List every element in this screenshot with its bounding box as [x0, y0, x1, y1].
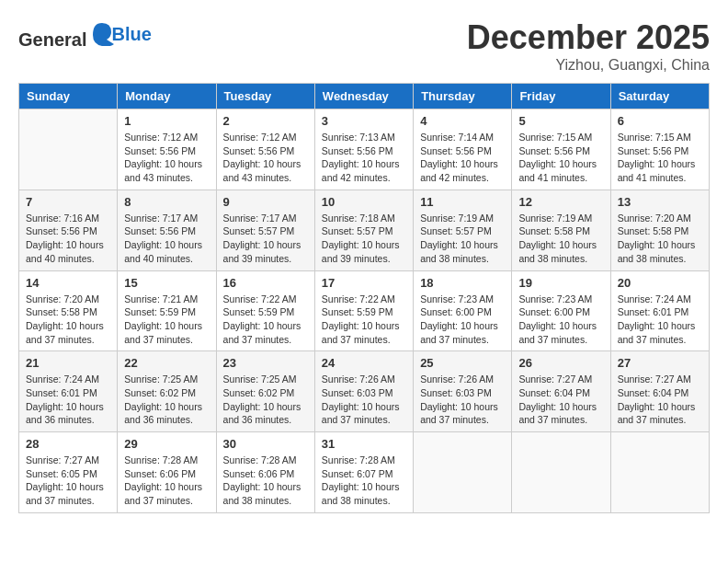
calendar-cell: 12Sunrise: 7:19 AMSunset: 5:58 PMDayligh… — [512, 190, 610, 270]
calendar-cell: 31Sunrise: 7:28 AMSunset: 6:07 PMDayligh… — [314, 432, 413, 513]
day-info: Sunrise: 7:19 AMSunset: 5:57 PMDaylight:… — [420, 212, 505, 266]
calendar-cell: 16Sunrise: 7:22 AMSunset: 5:59 PMDayligh… — [216, 270, 314, 351]
calendar-cell: 24Sunrise: 7:26 AMSunset: 6:03 PMDayligh… — [314, 351, 413, 432]
day-info: Sunrise: 7:21 AMSunset: 5:59 PMDaylight:… — [124, 293, 209, 347]
day-number: 2 — [223, 114, 308, 128]
page-header: General Blue December 2025 Yizhou, Guang… — [18, 18, 710, 74]
day-info: Sunrise: 7:18 AMSunset: 5:57 PMDaylight:… — [322, 212, 406, 266]
day-info: Sunrise: 7:28 AMSunset: 6:06 PMDaylight:… — [223, 454, 308, 508]
calendar-cell: 28Sunrise: 7:27 AMSunset: 6:05 PMDayligh… — [19, 432, 118, 513]
day-info: Sunrise: 7:22 AMSunset: 5:59 PMDaylight:… — [322, 293, 406, 347]
day-number: 23 — [223, 356, 308, 370]
week-row-4: 28Sunrise: 7:27 AMSunset: 6:05 PMDayligh… — [19, 432, 710, 513]
day-info: Sunrise: 7:24 AMSunset: 6:01 PMDaylight:… — [26, 373, 110, 427]
day-number: 7 — [26, 195, 110, 209]
calendar-cell — [610, 432, 709, 513]
calendar-cell: 10Sunrise: 7:18 AMSunset: 5:57 PMDayligh… — [314, 190, 413, 270]
logo: General Blue — [18, 18, 152, 51]
calendar-cell — [19, 109, 118, 190]
week-row-1: 7Sunrise: 7:16 AMSunset: 5:56 PMDaylight… — [19, 190, 710, 270]
day-info: Sunrise: 7:13 AMSunset: 5:56 PMDaylight:… — [322, 131, 406, 185]
title-block: December 2025 Yizhou, Guangxi, China — [467, 18, 710, 74]
day-info: Sunrise: 7:16 AMSunset: 5:56 PMDaylight:… — [26, 212, 110, 266]
day-number: 29 — [124, 437, 209, 451]
calendar-cell: 15Sunrise: 7:21 AMSunset: 5:59 PMDayligh… — [118, 270, 216, 351]
calendar-cell: 1Sunrise: 7:12 AMSunset: 5:56 PMDaylight… — [118, 109, 216, 190]
header-saturday: Saturday — [610, 84, 709, 109]
calendar-cell: 29Sunrise: 7:28 AMSunset: 6:06 PMDayligh… — [118, 432, 216, 513]
calendar-cell — [512, 432, 610, 513]
day-number: 13 — [618, 195, 702, 209]
day-number: 1 — [124, 114, 209, 128]
day-number: 20 — [618, 276, 702, 290]
calendar-body: 1Sunrise: 7:12 AMSunset: 5:56 PMDaylight… — [19, 109, 710, 513]
logo-text: General — [18, 18, 116, 51]
calendar-cell: 6Sunrise: 7:15 AMSunset: 5:56 PMDaylight… — [610, 109, 709, 190]
calendar-cell: 23Sunrise: 7:25 AMSunset: 6:02 PMDayligh… — [216, 351, 314, 432]
day-number: 17 — [322, 276, 406, 290]
day-info: Sunrise: 7:26 AMSunset: 6:03 PMDaylight:… — [420, 373, 505, 427]
calendar-cell: 9Sunrise: 7:17 AMSunset: 5:57 PMDaylight… — [216, 190, 314, 270]
day-info: Sunrise: 7:14 AMSunset: 5:56 PMDaylight:… — [420, 131, 505, 185]
calendar-cell: 3Sunrise: 7:13 AMSunset: 5:56 PMDaylight… — [314, 109, 413, 190]
day-info: Sunrise: 7:26 AMSunset: 6:03 PMDaylight:… — [322, 373, 406, 427]
header-row: SundayMondayTuesdayWednesdayThursdayFrid… — [19, 84, 710, 109]
calendar-cell: 4Sunrise: 7:14 AMSunset: 5:56 PMDaylight… — [414, 109, 512, 190]
logo-general: General — [18, 29, 86, 50]
calendar-cell: 11Sunrise: 7:19 AMSunset: 5:57 PMDayligh… — [414, 190, 512, 270]
day-info: Sunrise: 7:17 AMSunset: 5:57 PMDaylight:… — [223, 212, 308, 266]
day-number: 11 — [420, 195, 505, 209]
calendar-cell: 14Sunrise: 7:20 AMSunset: 5:58 PMDayligh… — [19, 270, 118, 351]
day-number: 3 — [322, 114, 406, 128]
calendar-cell: 26Sunrise: 7:27 AMSunset: 6:04 PMDayligh… — [512, 351, 610, 432]
day-info: Sunrise: 7:15 AMSunset: 5:56 PMDaylight:… — [618, 131, 702, 185]
day-info: Sunrise: 7:24 AMSunset: 6:01 PMDaylight:… — [618, 293, 702, 347]
day-number: 22 — [124, 356, 209, 370]
calendar-header: SundayMondayTuesdayWednesdayThursdayFrid… — [19, 84, 710, 109]
day-info: Sunrise: 7:28 AMSunset: 6:07 PMDaylight:… — [322, 454, 406, 508]
day-number: 26 — [518, 356, 603, 370]
week-row-0: 1Sunrise: 7:12 AMSunset: 5:56 PMDaylight… — [19, 109, 710, 190]
location-title: Yizhou, Guangxi, China — [467, 57, 710, 74]
day-info: Sunrise: 7:12 AMSunset: 5:56 PMDaylight:… — [223, 131, 308, 185]
day-info: Sunrise: 7:25 AMSunset: 6:02 PMDaylight:… — [223, 373, 308, 427]
day-number: 4 — [420, 114, 505, 128]
day-number: 12 — [518, 195, 603, 209]
day-info: Sunrise: 7:27 AMSunset: 6:04 PMDaylight:… — [618, 373, 702, 427]
day-number: 24 — [322, 356, 406, 370]
day-number: 6 — [618, 114, 702, 128]
calendar-cell: 17Sunrise: 7:22 AMSunset: 5:59 PMDayligh… — [314, 270, 413, 351]
day-number: 16 — [223, 276, 308, 290]
day-number: 8 — [124, 195, 209, 209]
day-info: Sunrise: 7:23 AMSunset: 6:00 PMDaylight:… — [518, 293, 603, 347]
day-number: 21 — [26, 356, 110, 370]
calendar-cell: 21Sunrise: 7:24 AMSunset: 6:01 PMDayligh… — [19, 351, 118, 432]
header-wednesday: Wednesday — [314, 84, 413, 109]
calendar-table: SundayMondayTuesdayWednesdayThursdayFrid… — [18, 83, 710, 513]
calendar-cell: 22Sunrise: 7:25 AMSunset: 6:02 PMDayligh… — [118, 351, 216, 432]
calendar-cell: 30Sunrise: 7:28 AMSunset: 6:06 PMDayligh… — [216, 432, 314, 513]
header-monday: Monday — [118, 84, 216, 109]
month-title: December 2025 — [467, 18, 710, 57]
calendar-cell: 5Sunrise: 7:15 AMSunset: 5:56 PMDaylight… — [512, 109, 610, 190]
calendar-cell: 27Sunrise: 7:27 AMSunset: 6:04 PMDayligh… — [610, 351, 709, 432]
day-info: Sunrise: 7:27 AMSunset: 6:05 PMDaylight:… — [26, 454, 110, 508]
day-number: 18 — [420, 276, 505, 290]
calendar-cell: 2Sunrise: 7:12 AMSunset: 5:56 PMDaylight… — [216, 109, 314, 190]
day-info: Sunrise: 7:20 AMSunset: 5:58 PMDaylight:… — [26, 293, 110, 347]
calendar-cell: 7Sunrise: 7:16 AMSunset: 5:56 PMDaylight… — [19, 190, 118, 270]
header-thursday: Thursday — [414, 84, 512, 109]
header-sunday: Sunday — [19, 84, 118, 109]
day-number: 14 — [26, 276, 110, 290]
day-info: Sunrise: 7:22 AMSunset: 5:59 PMDaylight:… — [223, 293, 308, 347]
day-number: 9 — [223, 195, 308, 209]
day-number: 15 — [124, 276, 209, 290]
header-friday: Friday — [512, 84, 610, 109]
day-number: 19 — [518, 276, 603, 290]
day-info: Sunrise: 7:17 AMSunset: 5:56 PMDaylight:… — [124, 212, 209, 266]
day-info: Sunrise: 7:23 AMSunset: 6:00 PMDaylight:… — [420, 293, 505, 347]
day-number: 10 — [322, 195, 406, 209]
week-row-2: 14Sunrise: 7:20 AMSunset: 5:58 PMDayligh… — [19, 270, 710, 351]
logo-blue-text: Blue — [111, 24, 151, 45]
calendar-cell: 18Sunrise: 7:23 AMSunset: 6:00 PMDayligh… — [414, 270, 512, 351]
